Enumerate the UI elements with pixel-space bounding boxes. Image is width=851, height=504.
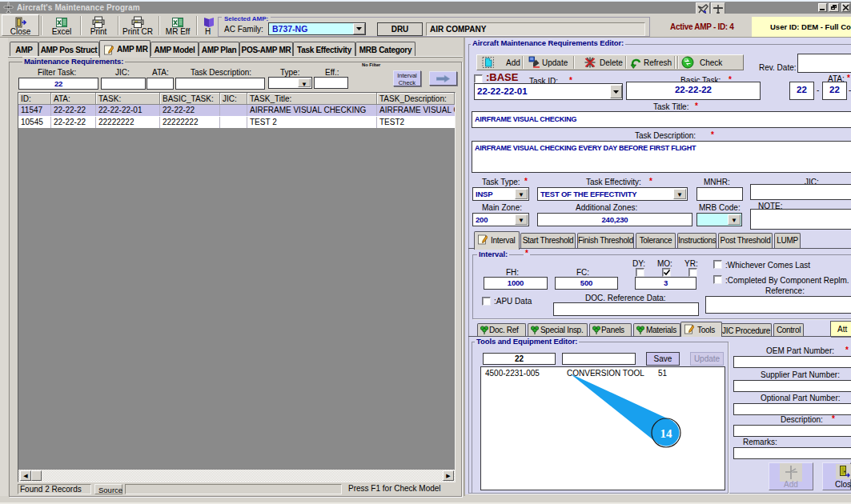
svg-text:14: 14 [660,427,673,440]
